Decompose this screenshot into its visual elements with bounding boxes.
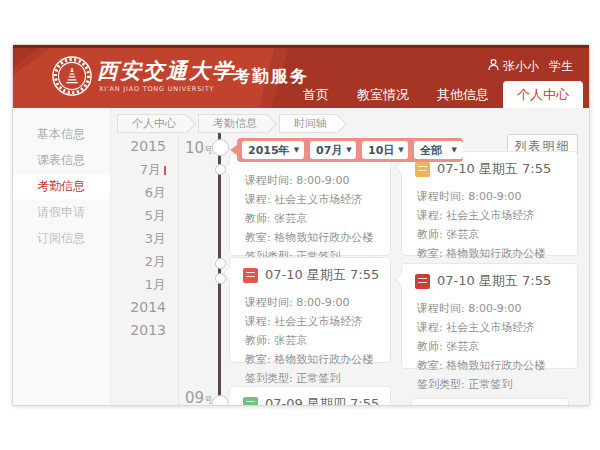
timeline-month-rail: 2015 7月 6月 5月 3月 2月 1月 2014 2013	[13, 135, 166, 342]
day-label-10: 10号	[171, 139, 213, 157]
classroom-line: 教室: 格物致知行政办公楼	[417, 244, 577, 263]
rail-year-2014[interactable]: 2014	[13, 296, 166, 319]
course-time-line: 课程时间: 8:00-9:00	[417, 187, 577, 206]
classroom-line: 教室: 格物致知行政办公楼	[245, 228, 390, 247]
day-label-09: 09号	[171, 389, 213, 406]
attendance-card[interactable]: 07-10 星期五 7:55 课程时间: 8:00-9:00 课程: 社会主义市…	[401, 151, 578, 256]
teacher-line: 教师: 张芸京	[245, 331, 390, 350]
rail-month-february[interactable]: 2月	[13, 250, 166, 273]
user-info[interactable]: 张小小 学生	[488, 58, 573, 75]
course-line: 课程: 社会主义市场经济	[245, 312, 390, 331]
nav-personal-center[interactable]: 个人中心	[503, 81, 583, 108]
calendar-status-icon	[415, 274, 430, 289]
rail-year-2015[interactable]: 2015	[13, 135, 166, 158]
timeline-node	[215, 273, 226, 284]
card-date-header: 07-09 星期四 7:55	[265, 395, 379, 406]
chevron-down-icon: ▼	[294, 146, 299, 154]
chevron-down-icon: ▼	[346, 146, 351, 154]
user-role: 学生	[549, 58, 573, 75]
university-seal-icon	[51, 55, 93, 101]
course-line: 课程: 社会主义市场经济	[417, 206, 577, 225]
breadcrumb: 个人中心 考勤信息 时间轴	[117, 114, 349, 133]
attendance-card[interactable]: 07-10 星期五 7:55 课程时间: 8:00-9:00 课程: 社会主义市…	[229, 257, 391, 363]
chevron-down-icon: ▼	[398, 146, 403, 154]
course-time-line: 课程时间: 8:00-9:00	[245, 293, 390, 312]
nav-classrooms[interactable]: 教室情况	[343, 81, 423, 108]
type-select[interactable]: 全部▼	[414, 141, 463, 159]
app-header: 西安交通大学 XI'AN JIAO TONG UNIVERSITY 考勤服务 张…	[13, 45, 589, 108]
breadcrumb-timeline[interactable]: 时间轴	[279, 114, 337, 133]
rail-month-may[interactable]: 5月	[13, 204, 166, 227]
card-date-header: 07-10 星期五 7:55	[437, 160, 551, 178]
card-date-header: 07-10 星期五 7:55	[265, 266, 379, 284]
nav-other-info[interactable]: 其他信息	[423, 81, 503, 108]
teacher-line: 教师: 张芸京	[417, 337, 577, 356]
university-name-en: XI'AN JIAO TONG UNIVERSITY	[99, 85, 214, 93]
person-icon	[488, 59, 499, 74]
university-name-cn: 西安交通大学	[97, 57, 235, 85]
rail-year-2013[interactable]: 2013	[13, 319, 166, 342]
course-line: 课程: 社会主义市场经济	[417, 318, 577, 337]
content-area: 基本信息 课表信息 考勤信息 请假申请 订阅信息 个人中心 考勤信息 时间轴 2…	[13, 108, 589, 405]
month-select[interactable]: 07月▼	[310, 141, 356, 159]
header-top-stripe	[13, 45, 589, 48]
calendar-status-icon	[243, 397, 258, 407]
attendance-card[interactable]: 课程时间: 8:00-9:00 课程: 社会主义市场经济 教师: 张芸京 教室:…	[229, 153, 391, 256]
app-window: 西安交通大学 XI'AN JIAO TONG UNIVERSITY 考勤服务 张…	[12, 44, 590, 406]
rail-month-march[interactable]: 3月	[13, 227, 166, 250]
page-background: 西安交通大学 XI'AN JIAO TONG UNIVERSITY 考勤服务 张…	[0, 0, 600, 450]
calendar-status-icon	[415, 162, 430, 177]
card-date-header: 07-10 星期五 7:55	[437, 272, 551, 290]
rail-divider	[178, 132, 179, 405]
classroom-line: 教室: 格物致知行政办公楼	[417, 356, 577, 375]
chevron-down-icon: ▼	[452, 146, 457, 154]
rail-month-july[interactable]: 7月	[13, 158, 166, 181]
attendance-card[interactable]: 07-10 星期五 7:55 课程时间: 8:00-9:00 课程: 社会主义市…	[401, 263, 578, 369]
main-nav: 首页 教室情况 其他信息 个人中心	[289, 81, 583, 108]
course-time-line: 课程时间: 8:00-9:00	[245, 171, 390, 190]
timeline-node	[215, 258, 226, 269]
attendance-card[interactable]: 07-09 星期四 7:55	[229, 386, 391, 406]
day-select[interactable]: 10日▼	[362, 141, 408, 159]
nav-home[interactable]: 首页	[289, 81, 343, 108]
timeline-node	[215, 164, 226, 175]
course-time-line: 课程时间: 8:00-9:00	[417, 299, 577, 318]
course-line: 课程: 社会主义市场经济	[245, 190, 390, 209]
classroom-line: 教室: 格物致知行政办公楼	[245, 350, 390, 369]
breadcrumb-personal-center[interactable]: 个人中心	[117, 114, 186, 133]
timeline-node	[212, 139, 229, 156]
year-select[interactable]: 2015年▼	[242, 141, 304, 159]
current-month-marker	[164, 166, 166, 175]
user-name: 张小小	[503, 58, 539, 75]
breadcrumb-attendance-info[interactable]: 考勤信息	[198, 114, 267, 133]
teacher-line: 教师: 张芸京	[417, 225, 577, 244]
signin-type-line: 签到类型: 正常签到	[417, 375, 577, 394]
rail-month-january[interactable]: 1月	[13, 273, 166, 296]
filter-callout: 2015年▼ 07月▼ 10日▼ 全部▼	[237, 138, 463, 162]
timeline-node	[212, 395, 229, 406]
attendance-card[interactable]	[411, 398, 569, 406]
teacher-line: 教师: 张芸京	[245, 209, 390, 228]
rail-month-june[interactable]: 6月	[13, 181, 166, 204]
calendar-status-icon	[243, 268, 258, 283]
